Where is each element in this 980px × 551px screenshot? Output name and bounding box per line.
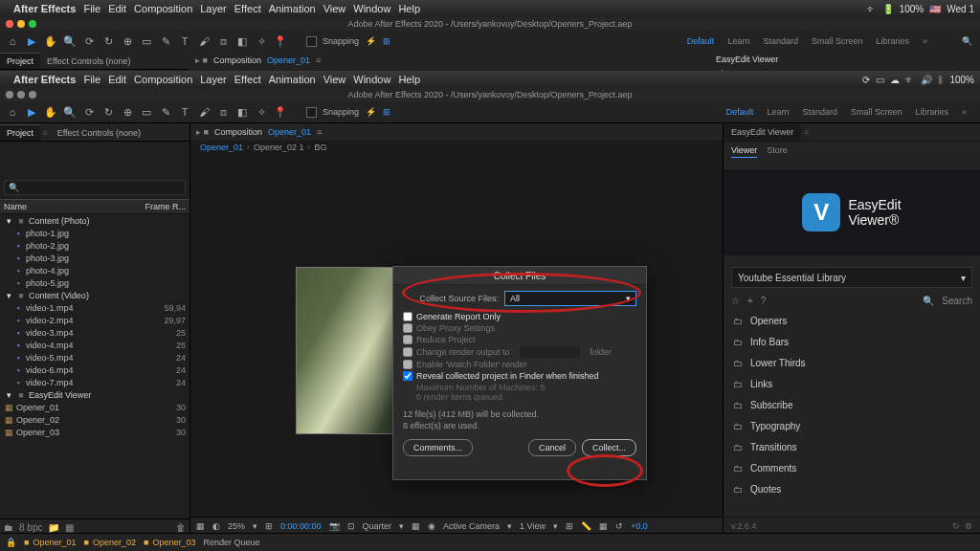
project-item[interactable]: photo-4.jpg (26, 266, 157, 276)
hand-tool-icon-fg[interactable]: ✋ (44, 105, 57, 119)
orbit-tool-icon-fg[interactable]: ⟳ (82, 105, 96, 119)
type-tool-icon[interactable]: T (178, 34, 191, 48)
timeline-tab-2[interactable]: Opener_02 (93, 538, 136, 547)
cancel-button[interactable]: Cancel (528, 439, 576, 456)
bpc-button[interactable]: 8 bpc (19, 522, 42, 533)
project-item[interactable]: Content (Photo) (29, 216, 157, 226)
selection-tool-icon-fg[interactable]: ▶ (25, 105, 38, 119)
resolution-dropdown[interactable]: Quarter (363, 521, 392, 531)
menu-help[interactable]: Help (398, 74, 420, 85)
project-item[interactable]: video-6.mp4 (26, 365, 157, 375)
region-icon[interactable]: ⊡ (347, 521, 355, 531)
snapping-label[interactable]: Snapping (323, 107, 359, 117)
exposure[interactable]: +0,0 (631, 521, 648, 531)
category-item[interactable]: 🗀Info Bars (724, 331, 980, 352)
menu-layer[interactable]: Layer (200, 74, 227, 85)
project-item[interactable]: Content (Video) (29, 291, 157, 300)
guides-icon[interactable]: ⊞ (566, 521, 573, 531)
ws-learn[interactable]: Learn (767, 107, 789, 117)
ws-default-bg[interactable]: Default (687, 36, 715, 46)
project-item[interactable]: photo-5.jpg (26, 278, 157, 288)
reveal-finder-checkbox[interactable] (403, 371, 412, 381)
menu-file-bg[interactable]: File (83, 3, 100, 14)
project-item[interactable]: EasyEdit Viewer (29, 390, 157, 400)
menu-view[interactable]: View (323, 74, 346, 85)
stamp-tool-icon[interactable]: ⧈ (216, 34, 230, 48)
col-framerate[interactable]: Frame R... (145, 202, 186, 211)
app-name[interactable]: After Effects (13, 74, 76, 85)
project-item[interactable]: photo-1.jpg (26, 229, 157, 238)
category-item[interactable]: 🗀Lower Thirds (724, 352, 980, 373)
pen-tool-icon[interactable]: ✎ (159, 34, 172, 48)
screen-icon[interactable]: ▭ (876, 75, 884, 85)
anchor-tool-icon[interactable]: ⊕ (121, 34, 134, 48)
eraser-tool-icon[interactable]: ◧ (235, 34, 249, 48)
timecode[interactable]: 0:00:00:00 (280, 521, 322, 531)
zoom-tool-icon-fg[interactable]: 🔍 (63, 105, 77, 119)
zoom-window-icon-fg[interactable] (29, 91, 36, 99)
snapping-checkbox[interactable] (306, 36, 317, 47)
ruler-icon[interactable]: 📏 (581, 521, 591, 531)
comments-button[interactable]: Comments... (403, 439, 473, 456)
cc-icon[interactable]: ☁ (890, 75, 900, 85)
search-help-icon[interactable]: 🔍 (962, 36, 972, 46)
project-item[interactable]: video-2.mp4 (26, 316, 157, 325)
ws-overflow-icon[interactable]: » (923, 36, 927, 46)
rect-tool-icon-fg[interactable]: ▭ (140, 105, 153, 119)
zoom-dropdown[interactable]: 25% (228, 521, 245, 531)
anchor-tool-icon-fg[interactable]: ⊕ (121, 105, 134, 119)
menu-file[interactable]: File (83, 74, 100, 85)
project-item[interactable]: video-7.mp4 (26, 378, 157, 387)
hand-tool-icon[interactable]: ✋ (44, 34, 57, 48)
comp-tab-active[interactable]: Opener_01 (268, 127, 311, 137)
col-name[interactable]: Name (4, 202, 27, 211)
search-icon[interactable]: 🔍 (923, 296, 934, 306)
menu-composition[interactable]: Composition (134, 74, 192, 85)
home-icon-fg[interactable]: ⌂ (6, 105, 19, 119)
collect-button[interactable]: Collect... (582, 439, 636, 456)
category-item[interactable]: 🗀Transitions (724, 436, 980, 457)
3d-icon[interactable]: ◉ (428, 521, 435, 531)
generate-report-checkbox[interactable] (403, 312, 412, 321)
fav-icon[interactable]: ☆ (731, 296, 740, 306)
sync-icon[interactable]: ⟳ (862, 75, 870, 85)
camera-dropdown[interactable]: Active Camera (443, 521, 500, 531)
trash-icon[interactable]: 🗑 (176, 522, 186, 533)
app-name-bg[interactable]: After Effects (13, 3, 76, 14)
collect-source-dropdown[interactable]: All ▾ (504, 291, 636, 306)
help-icon[interactable]: ? (761, 296, 767, 306)
new-folder-icon[interactable]: 📁 (48, 522, 59, 533)
roto-tool-icon-fg[interactable]: ✧ (255, 105, 268, 119)
volume-icon[interactable]: 🔊 (921, 75, 932, 85)
home-icon[interactable]: ⌂ (6, 34, 19, 48)
project-item[interactable]: Opener_03 (16, 428, 157, 437)
close-window-icon-fg[interactable] (6, 91, 13, 99)
brush-tool-icon[interactable]: 🖌 (197, 34, 211, 48)
bt-icon[interactable]: ᛒ (938, 75, 944, 85)
ws-standard[interactable]: Standard (802, 107, 837, 117)
pen-tool-icon-fg[interactable]: ✎ (159, 105, 172, 119)
close-window-icon[interactable] (6, 20, 13, 28)
minimize-window-icon[interactable] (17, 20, 25, 28)
easyedit-panel-title[interactable]: EasyEdit Viewer (724, 124, 801, 140)
folder-icon[interactable]: ▾ (4, 216, 13, 226)
rect-tool-icon[interactable]: ▭ (140, 34, 153, 48)
channel-icon[interactable]: ▦ (599, 521, 608, 531)
breadcrumb-1[interactable]: Opener_01 (200, 143, 243, 152)
project-tab[interactable]: Project (0, 124, 40, 141)
res-full-icon[interactable]: ⊞ (265, 521, 273, 531)
selection-tool-icon[interactable]: ▶ (25, 34, 38, 48)
brush-tool-icon-fg[interactable]: 🖌 (197, 105, 211, 119)
project-item[interactable]: Opener_02 (16, 415, 157, 425)
project-item[interactable]: video-3.mp4 (26, 328, 157, 338)
minimize-window-icon-fg[interactable] (17, 91, 25, 99)
menu-window[interactable]: Window (353, 74, 390, 85)
refresh-icon[interactable]: ↻ (952, 521, 960, 531)
folder-icon[interactable]: ▾ (4, 291, 13, 300)
orbit-tool-icon[interactable]: ⟳ (82, 34, 96, 48)
eraser-tool-icon-fg[interactable]: ◧ (235, 105, 249, 119)
menu-effect[interactable]: Effect (234, 74, 261, 85)
rotate-tool-icon[interactable]: ↻ (101, 34, 115, 48)
roto-tool-icon[interactable]: ✧ (255, 34, 268, 48)
category-item[interactable]: 🗀Subscribe (724, 394, 980, 415)
